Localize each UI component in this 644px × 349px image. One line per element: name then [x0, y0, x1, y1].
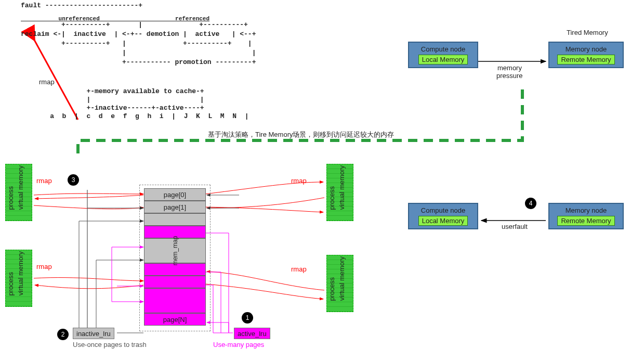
memory-node-top: Memory node Remote Memory — [548, 42, 624, 68]
rmap1: rmap — [36, 177, 52, 185]
use-many-caption: Use-many pages — [213, 341, 264, 348]
process-label-b: process — [7, 272, 15, 296]
page-n: page[N] — [144, 313, 206, 326]
compute-node-label: Compute node — [409, 45, 477, 53]
mem-map-column: page[0] page[1] mem_map page[N] — [139, 185, 211, 331]
memory-pressure-1: memory — [497, 64, 522, 72]
ascii-l6: +----------- promotion ---------+ — [21, 58, 256, 66]
compute-node-top: Compute node Local Memory — [408, 42, 478, 68]
page-1: page[1] — [144, 201, 206, 213]
page-7 — [144, 288, 206, 313]
virtual-memory-label-b: virtual memory — [17, 251, 24, 295]
page-2 — [144, 213, 206, 226]
process-b: process virtual memory — [5, 250, 32, 307]
ascii-l2: +----------+ | +----------+ — [21, 21, 248, 29]
ascii-fault: fault -----------------------+ — [21, 2, 142, 9]
mem-map-label: mem_map — [163, 236, 188, 266]
badge-2: 2 — [57, 329, 69, 340]
active-lru: active_lru — [234, 328, 270, 339]
ascii-c4: a b | c d e f g h i | J K L M N | — [34, 112, 248, 120]
memory-node-label-b: Memory node — [549, 206, 623, 214]
process-label-d: process — [328, 277, 336, 301]
badge-4: 4 — [525, 198, 536, 209]
ascii-l5: | | — [21, 49, 256, 57]
use-once-caption: Use-once pages to trash — [73, 341, 147, 348]
virtual-memory-label-d: virtual memory — [338, 256, 346, 301]
compute-node-bottom: Compute node Local Memory — [408, 203, 478, 229]
page-4: mem_map — [144, 238, 206, 263]
remote-memory-label: Remote Memory — [557, 55, 614, 64]
memory-node-bottom: Memory node Remote Memory — [548, 203, 624, 229]
ascii-l3: reclaim <-| inactive | <-+-- demotion | … — [21, 30, 256, 38]
ascii-c2: | | — [34, 96, 204, 104]
ascii-l4: +----------+ | +----------+ | — [21, 40, 252, 47]
compute-node-label-b: Compute node — [409, 206, 477, 214]
memory-pressure-2: pressure — [496, 72, 523, 80]
ascii-c3: +-inactive------+-active----+ — [34, 104, 204, 112]
rmap3: rmap — [291, 177, 307, 185]
page-0: page[0] — [144, 188, 206, 201]
process-a: process virtual memory — [5, 164, 32, 221]
userfault-label: userfault — [502, 223, 528, 230]
process-d: process virtual memory — [326, 255, 353, 312]
process-c: process virtual memory — [326, 164, 353, 221]
rmap4: rmap — [291, 265, 307, 273]
badge-1: 1 — [242, 312, 253, 324]
virtual-memory-label-c: virtual memory — [338, 165, 346, 210]
local-memory-label-b: Local Memory — [418, 216, 468, 226]
inactive-lru: inactive_lru — [73, 328, 114, 339]
badge-3: 3 — [68, 174, 79, 186]
rmap2: rmap — [36, 263, 52, 270]
local-memory-label: Local Memory — [418, 55, 468, 64]
remote-memory-label-b: Remote Memory — [557, 216, 614, 226]
ascii-unref: unreferenced referenced — [21, 16, 209, 22]
chinese-caption: 基于淘汰策略，Tire Memory场景，则移到访问延迟较大的内存 — [208, 130, 394, 139]
memory-node-label: Memory node — [549, 45, 623, 53]
rmap-label-top: rmap — [39, 78, 55, 86]
page-6 — [144, 276, 206, 288]
virtual-memory-label: virtual memory — [17, 165, 24, 210]
tired-memory-title: Tired Memory — [567, 29, 608, 36]
ascii-c1: +-memory available to cache-+ — [34, 87, 204, 95]
process-label: process — [7, 186, 15, 210]
process-label-c: process — [328, 186, 336, 210]
